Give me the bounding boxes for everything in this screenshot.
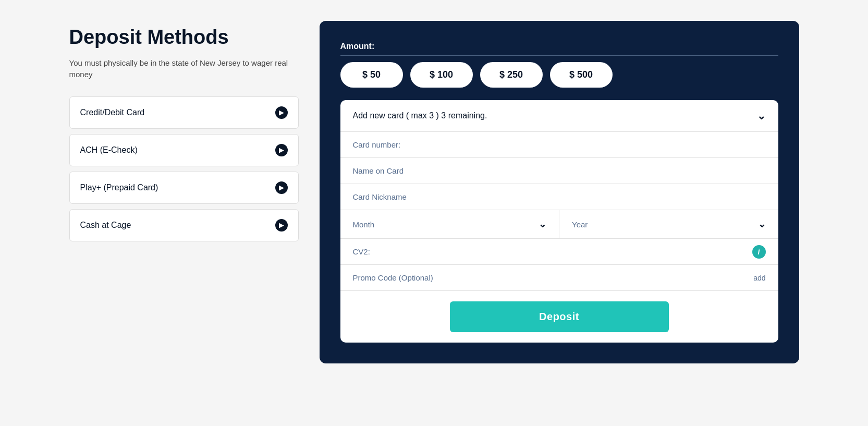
card-number-input[interactable] bbox=[353, 132, 766, 157]
year-chevron-icon: ⌄ bbox=[758, 218, 766, 230]
amount-buttons: $ 50$ 100$ 250$ 500 bbox=[340, 62, 778, 88]
method-list: Credit/Debit Card ▶ ACH (E-Check) ▶ Play… bbox=[69, 96, 299, 241]
amount-section: Amount: $ 50$ 100$ 250$ 500 bbox=[340, 42, 778, 88]
amount-button-amt-100[interactable]: $ 100 bbox=[410, 62, 473, 88]
promo-add-link[interactable]: add bbox=[753, 274, 765, 282]
amount-button-amt-500[interactable]: $ 500 bbox=[550, 62, 613, 88]
page-container: Deposit Methods You must physically be i… bbox=[69, 21, 799, 363]
month-chevron-icon: ⌄ bbox=[539, 218, 546, 230]
card-nickname-field[interactable] bbox=[340, 184, 778, 210]
method-item-cash-cage[interactable]: Cash at Cage ▶ bbox=[69, 209, 299, 241]
method-label: ACH (E-Check) bbox=[80, 145, 138, 155]
page-subtitle: You must physically be in the state of N… bbox=[69, 57, 299, 81]
promo-row[interactable]: add bbox=[340, 265, 778, 291]
card-nickname-input[interactable] bbox=[353, 184, 766, 210]
method-label: Play+ (Prepaid Card) bbox=[80, 183, 158, 192]
year-label: Year bbox=[572, 220, 588, 229]
left-panel: Deposit Methods You must physically be i… bbox=[69, 21, 299, 241]
cv2-input[interactable] bbox=[353, 239, 752, 264]
expiry-row: Month ⌄ Year ⌄ bbox=[340, 210, 778, 239]
amount-label: Amount: bbox=[340, 42, 778, 56]
chevron-right-icon: ▶ bbox=[275, 219, 288, 232]
chevron-right-icon: ▶ bbox=[275, 181, 288, 194]
year-select[interactable]: Year ⌄ bbox=[559, 210, 778, 238]
card-number-field[interactable] bbox=[340, 132, 778, 158]
promo-input[interactable] bbox=[353, 265, 754, 290]
name-on-card-field[interactable] bbox=[340, 158, 778, 184]
method-item-ach[interactable]: ACH (E-Check) ▶ bbox=[69, 134, 299, 166]
card-form-container: Add new card ( max 3 ) 3 remaining. ⌄ Mo… bbox=[340, 100, 778, 343]
cv2-row[interactable]: i bbox=[340, 239, 778, 265]
month-select[interactable]: Month ⌄ bbox=[340, 210, 560, 238]
method-item-play-plus[interactable]: Play+ (Prepaid Card) ▶ bbox=[69, 172, 299, 204]
right-panel: Amount: $ 50$ 100$ 250$ 500 Add new card… bbox=[320, 21, 799, 363]
name-on-card-input[interactable] bbox=[353, 158, 766, 184]
month-label: Month bbox=[353, 220, 375, 229]
amount-button-amt-250[interactable]: $ 250 bbox=[480, 62, 543, 88]
deposit-button[interactable]: Deposit bbox=[450, 301, 669, 332]
chevron-down-icon: ⌄ bbox=[757, 109, 766, 122]
chevron-right-icon: ▶ bbox=[275, 144, 288, 156]
page-title: Deposit Methods bbox=[69, 26, 299, 49]
method-item-credit-debit[interactable]: Credit/Debit Card ▶ bbox=[69, 96, 299, 129]
method-label: Cash at Cage bbox=[80, 221, 131, 230]
method-label: Credit/Debit Card bbox=[80, 108, 145, 117]
card-select-row[interactable]: Add new card ( max 3 ) 3 remaining. ⌄ bbox=[340, 100, 778, 132]
deposit-btn-row: Deposit bbox=[340, 291, 778, 343]
cv2-info-icon[interactable]: i bbox=[752, 245, 766, 259]
card-select-label: Add new card ( max 3 ) 3 remaining. bbox=[353, 111, 487, 120]
chevron-right-icon: ▶ bbox=[275, 106, 288, 119]
amount-button-amt-50[interactable]: $ 50 bbox=[340, 62, 403, 88]
